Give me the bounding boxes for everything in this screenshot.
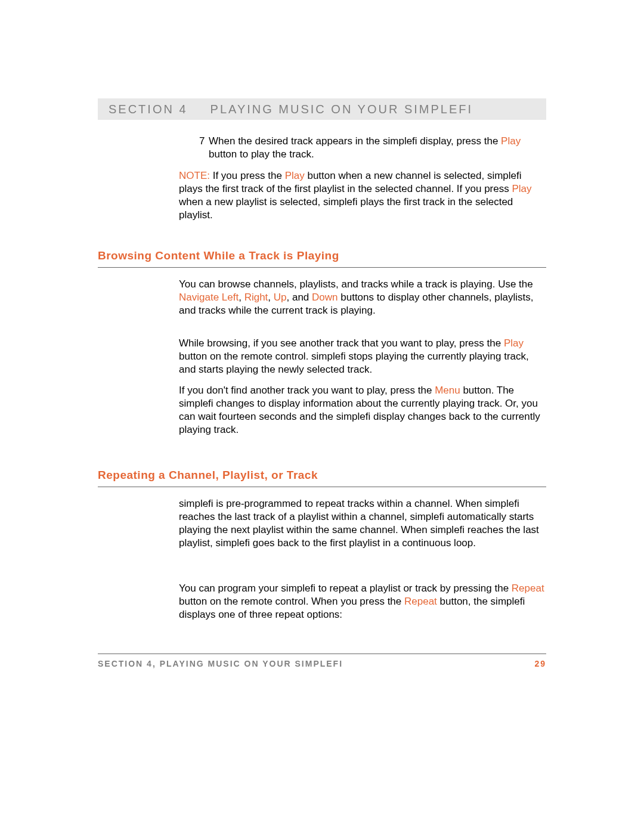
- paragraph: You can program your simplefi to repeat …: [179, 582, 546, 621]
- header-section-label: SECTION 4: [98, 103, 188, 116]
- step-7: 7 When the desired track appears in the …: [179, 135, 546, 161]
- play-label: Play: [504, 337, 524, 349]
- text: You can program your simplefi to repeat …: [179, 583, 512, 594]
- text: If you press the: [210, 170, 285, 181]
- text: ,: [268, 292, 273, 303]
- play-label: Play: [285, 170, 305, 181]
- step-number: 7: [179, 135, 209, 161]
- paragraph: You can browse channels, playlists, and …: [179, 278, 546, 317]
- text: When the desired track appears in the si…: [209, 135, 501, 147]
- note-paragraph: NOTE: If you press the Play button when …: [179, 169, 546, 222]
- text: button on the remote control. simplefi s…: [179, 351, 529, 375]
- paragraph: If you don't find another track you want…: [179, 384, 546, 436]
- text: While browsing, if you see another track…: [179, 337, 504, 349]
- document-page: SECTION 4 PLAYING MUSIC ON YOUR SIMPLEFI…: [0, 0, 644, 833]
- play-label: Play: [512, 183, 531, 194]
- text: button to play the track.: [209, 148, 314, 160]
- down-label: Down: [312, 292, 338, 303]
- section-heading-browsing: Browsing Content While a Track is Playin…: [98, 249, 546, 268]
- play-label: Play: [501, 135, 521, 147]
- text: ,: [239, 292, 244, 303]
- repeat-label: Repeat: [512, 583, 544, 594]
- menu-label: Menu: [435, 385, 460, 396]
- page-header: SECTION 4 PLAYING MUSIC ON YOUR SIMPLEFI: [98, 98, 546, 120]
- step-body: When the desired track appears in the si…: [209, 135, 546, 161]
- text: , and: [287, 292, 312, 303]
- navigate-left-label: Navigate Left: [179, 292, 239, 303]
- footer-section-label: SECTION 4, PLAYING MUSIC ON YOUR SIMPLEF…: [98, 659, 343, 668]
- section-heading-repeating: Repeating a Channel, Playlist, or Track: [98, 469, 546, 487]
- paragraph: While browsing, if you see another track…: [179, 337, 546, 376]
- right-label: Right: [244, 292, 268, 303]
- up-label: Up: [274, 292, 287, 303]
- repeat-label: Repeat: [404, 596, 437, 607]
- text: If you don't find another track you want…: [179, 385, 435, 396]
- header-title: PLAYING MUSIC ON YOUR SIMPLEFI: [188, 103, 473, 116]
- text: when a new playlist is selected, simplef…: [179, 196, 513, 221]
- paragraph: simplefi is pre-programmed to repeat tra…: [179, 497, 546, 550]
- page-footer: SECTION 4, PLAYING MUSIC ON YOUR SIMPLEF…: [98, 654, 546, 668]
- text: You can browse channels, playlists, and …: [179, 278, 533, 290]
- text: button on the remote control. When you p…: [179, 596, 404, 607]
- footer-page-number: 29: [534, 659, 546, 668]
- note-label: NOTE:: [179, 170, 210, 181]
